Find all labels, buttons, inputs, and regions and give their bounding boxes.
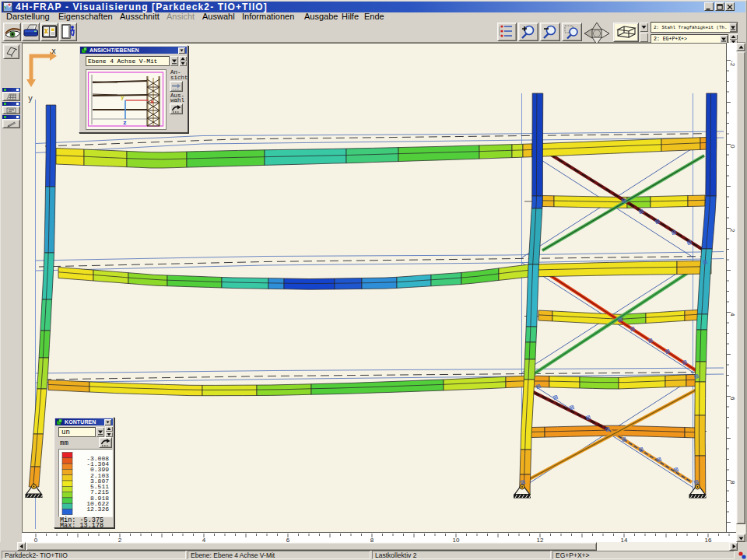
svg-text:x: x [51, 47, 56, 56]
svg-text:2: 2 [729, 229, 736, 233]
svg-text:6: 6 [729, 397, 736, 401]
svg-text:-2: -2 [729, 61, 736, 67]
svg-text:z: z [123, 119, 127, 126]
svg-text:12.326: 12.326 [86, 506, 109, 513]
svg-text:0: 0 [729, 145, 736, 149]
svg-text:4: 4 [729, 313, 736, 317]
svg-text:x: x [150, 98, 154, 105]
svg-text:8: 8 [729, 481, 736, 485]
svg-text:y: y [28, 95, 33, 103]
svg-text:y: y [121, 93, 124, 100]
